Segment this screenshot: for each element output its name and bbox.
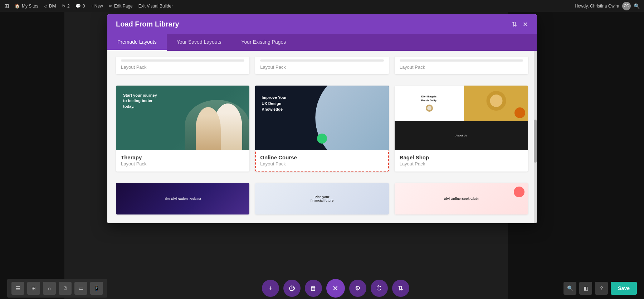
load-from-library-modal: Load From Library ⇅ ✕ Premade Layouts Yo… [107, 14, 537, 223]
bagel-card-type: Layout Pack [400, 161, 523, 167]
trash-button[interactable]: 🗑 [305, 280, 322, 297]
modal-header: Load From Library ⇅ ✕ [107, 14, 537, 34]
course-text: Improve YourUX DesignKnowledge [262, 95, 287, 112]
scrollbar-track [534, 51, 537, 223]
toolbar-center: + ⏻ 🗑 ✕ ⚙ ⏱ ⇅ [262, 279, 409, 298]
avatar: CG [622, 2, 631, 10]
admin-bar: ⊞ 🏠 My Sites ◇ Divi ↻ 2 💬 0 + New ✏ Edit… [0, 0, 644, 12]
bagel-logo [426, 105, 433, 112]
tab-premade-layouts[interactable]: Premade Layouts [107, 34, 167, 51]
finance-thumbnail: Plan yourfinancial future [255, 183, 389, 214]
modal-header-actions: ⇅ ✕ [512, 20, 528, 28]
wp-logo[interactable]: ⊞ [4, 3, 9, 9]
therapy-card-name: Therapy [121, 154, 244, 160]
toolbar-left: ☰ ⊞ ⌕ 🖥 ▭ 📱 [7, 279, 107, 298]
mobile-button[interactable]: 📱 [90, 282, 103, 295]
exit-builder-link[interactable]: Exit Visual Builder [138, 4, 173, 9]
save-button[interactable]: Save [611, 282, 637, 295]
admin-bar-right: Howdy, Christina Gwira CG 🔍 [575, 2, 640, 10]
power-button[interactable]: ⏻ [283, 280, 301, 297]
tab-existing-pages[interactable]: Your Existing Pages [231, 34, 296, 51]
partial-card-2[interactable]: Layout Pack [255, 57, 389, 74]
therapy-thumbnail: Start your journeyto feeling bettertoday… [116, 86, 249, 150]
modal-body[interactable]: Layout Pack Layout Pack Layout Pack [107, 51, 537, 223]
bagel-top: Divi Bagels.Fresh Daily! [395, 86, 528, 121]
bagel-donut [486, 91, 506, 111]
tab-saved-layouts[interactable]: Your Saved Layouts [167, 34, 231, 51]
layout-card-online-course[interactable]: Improve YourUX DesignKnowledge Online Co… [255, 86, 389, 172]
history-button[interactable]: ⏱ [371, 280, 388, 297]
search-icon[interactable]: 🔍 [634, 3, 640, 9]
orange-circle [514, 107, 525, 118]
course-card-info: Online Course Layout Pack [255, 150, 389, 172]
sort-toggle-button[interactable]: ⇅ [512, 20, 517, 28]
toolbar-right: 🔍 ◧ ? Save [564, 282, 637, 295]
close-builder-button[interactable]: ✕ [326, 279, 345, 298]
bagel-thumbnail: Divi Bagels.Fresh Daily! About Us [395, 86, 528, 150]
podcast-thumbnail: The Divi Nation Podcast [116, 183, 249, 214]
bagel-card-name: Bagel Shop [400, 154, 523, 160]
search-button-left[interactable]: ⌕ [43, 282, 56, 295]
tablet-button[interactable]: ▭ [74, 282, 87, 295]
divi-link[interactable]: ◇ Divi [44, 4, 56, 9]
new-link[interactable]: + New [91, 4, 103, 9]
comments-link[interactable]: 💬 0 [75, 4, 85, 9]
edit-page-link[interactable]: ✏ Edit Page [109, 4, 133, 9]
desktop-button[interactable]: 🖥 [59, 282, 72, 295]
search-button-right[interactable]: 🔍 [564, 282, 576, 295]
bagel-right [464, 86, 528, 121]
layout-grid: Start your journeyto feeling bettertoday… [107, 77, 537, 180]
bagel-left: Divi Bagels.Fresh Daily! [395, 86, 464, 121]
portability-button[interactable]: ⇅ [392, 280, 409, 297]
therapy-card-type: Layout Pack [121, 161, 244, 167]
therapy-card-info: Therapy Layout Pack [116, 150, 249, 172]
bottom-partial-row: The Divi Nation Podcast Plan yourfinanci… [107, 180, 537, 223]
layout-card-bookclub[interactable]: Divi Online Book Club! [395, 183, 528, 214]
settings-button[interactable]: ⚙ [349, 280, 366, 297]
partial-bar [400, 59, 523, 62]
partial-bar [260, 59, 384, 62]
grid-button[interactable]: ⊞ [27, 282, 40, 295]
help-button[interactable]: ? [595, 282, 608, 295]
layers-button[interactable]: ◧ [579, 282, 592, 295]
scrollbar-thumb[interactable] [534, 120, 537, 163]
course-card-name: Online Course [260, 154, 384, 160]
course-card-type: Layout Pack [260, 161, 384, 167]
bookclub-thumbnail: Divi Online Book Club! [395, 183, 528, 214]
close-modal-button[interactable]: ✕ [523, 20, 528, 28]
modal-title: Load From Library [116, 20, 179, 28]
partial-bar [121, 59, 244, 62]
bagel-card-info: Bagel Shop Layout Pack [395, 150, 528, 172]
modal-tabs: Premade Layouts Your Saved Layouts Your … [107, 34, 537, 51]
course-thumbnail: Improve YourUX DesignKnowledge [255, 86, 389, 150]
my-sites-link[interactable]: 🏠 My Sites [15, 4, 38, 9]
therapy-image [185, 96, 249, 150]
partial-card-3[interactable]: Layout Pack [395, 57, 528, 74]
menu-button[interactable]: ☰ [11, 282, 24, 295]
add-button[interactable]: + [262, 280, 279, 297]
modal-overlay: Load From Library ⇅ ✕ Premade Layouts Yo… [0, 0, 644, 299]
top-partial-row: Layout Pack Layout Pack Layout Pack [107, 51, 537, 77]
bookclub-circle [514, 187, 525, 197]
layout-card-finance[interactable]: Plan yourfinancial future [255, 183, 389, 214]
layout-card-bagel-shop[interactable]: Divi Bagels.Fresh Daily! About Us [395, 86, 528, 172]
bagel-bottom: About Us [395, 121, 528, 150]
course-dot [317, 134, 327, 144]
layout-card-therapy[interactable]: Start your journeyto feeling bettertoday… [116, 86, 249, 172]
partial-card-1[interactable]: Layout Pack [116, 57, 249, 74]
updates-link[interactable]: ↻ 2 [62, 4, 70, 9]
layout-card-podcast[interactable]: The Divi Nation Podcast [116, 183, 249, 214]
